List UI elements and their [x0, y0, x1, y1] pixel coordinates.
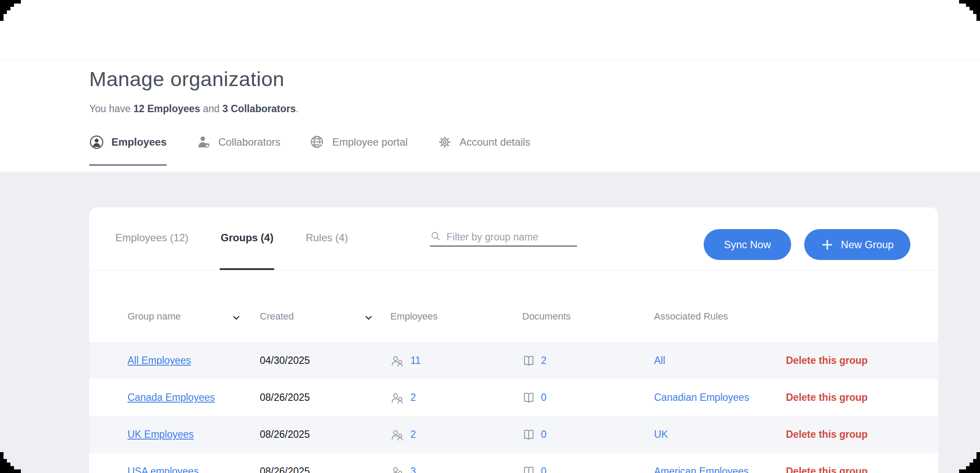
- delete-group-link[interactable]: Delete this group: [786, 466, 868, 473]
- associated-rule-link[interactable]: All: [654, 355, 665, 366]
- column-header-group-name[interactable]: Group name: [128, 311, 260, 342]
- page-body: Employees (12) Groups (4) Rules (4) Sync…: [0, 172, 980, 473]
- actions-cell: Delete this group: [786, 429, 938, 440]
- users-icon: [390, 465, 405, 473]
- created-cell: 08/26/2025: [260, 429, 390, 440]
- delete-group-link[interactable]: Delete this group: [786, 355, 868, 366]
- group-name-cell: UK Employees: [128, 429, 260, 440]
- table-header: Group name Created Employees Documents A…: [89, 270, 938, 342]
- table-row: Canada Employees 08/26/2025 2: [89, 379, 938, 416]
- subtab-groups[interactable]: Groups (4): [220, 207, 274, 270]
- column-label: Documents: [522, 311, 571, 322]
- group-name-link[interactable]: UK Employees: [128, 429, 194, 440]
- employees-count: 12 Employees: [133, 103, 200, 114]
- group-name-link[interactable]: Canada Employees: [128, 392, 215, 403]
- tab-label: Employee portal: [332, 136, 407, 148]
- tab-label: Collaborators: [218, 136, 281, 148]
- actions-cell: Delete this group: [786, 466, 938, 473]
- employees-cell: 11: [390, 354, 522, 367]
- documents-cell: 0: [522, 391, 654, 404]
- subtitle-text: You have: [89, 103, 133, 114]
- associated-rules-cell: Canadian Employees: [654, 392, 786, 403]
- gear-icon: [437, 135, 452, 150]
- documents-count-link[interactable]: 0: [522, 391, 654, 404]
- new-group-button[interactable]: New Group: [804, 229, 910, 260]
- book-icon: [522, 465, 535, 473]
- tab-collaborators[interactable]: Collaborators: [196, 135, 281, 166]
- documents-count-link[interactable]: 2: [522, 354, 654, 367]
- sync-now-label: Sync Now: [724, 239, 771, 251]
- associated-rule-link[interactable]: UK: [654, 429, 668, 440]
- employees-count-value: 3: [410, 466, 416, 473]
- page-header: Manage organization You have 12 Employee…: [0, 61, 980, 172]
- subtitle-text: and: [200, 103, 222, 114]
- delete-group-link[interactable]: Delete this group: [786, 392, 868, 403]
- employees-count-link[interactable]: 3: [390, 465, 522, 473]
- actions-cell: Delete this group: [786, 355, 938, 366]
- associated-rule-link[interactable]: American Employees: [654, 466, 748, 473]
- page-title: Manage organization: [89, 67, 938, 91]
- users-icon: [390, 428, 405, 441]
- book-icon: [522, 428, 535, 441]
- group-name-cell: USA employees: [128, 466, 260, 473]
- users-icon: [390, 391, 405, 404]
- documents-count-link[interactable]: 0: [522, 465, 654, 473]
- tab-label: Employees: [111, 136, 167, 148]
- subtab-label: Employees (12): [115, 232, 188, 244]
- employees-count-link[interactable]: 2: [390, 391, 522, 404]
- search-icon: [430, 230, 441, 243]
- column-label: Associated Rules: [654, 311, 728, 322]
- subtitle-text: .: [296, 103, 299, 114]
- documents-cell: 0: [522, 428, 654, 441]
- group-filter-field: [430, 228, 577, 246]
- tab-account-details[interactable]: Account details: [437, 135, 530, 166]
- documents-count-value: 0: [541, 429, 547, 440]
- documents-count-link[interactable]: 0: [522, 428, 654, 441]
- employees-count-link[interactable]: 2: [390, 428, 522, 441]
- associated-rules-cell: American Employees: [654, 466, 786, 473]
- associated-rules-cell: All: [654, 355, 786, 366]
- group-name-link[interactable]: USA employees: [128, 466, 199, 473]
- employees-count-link[interactable]: 11: [390, 354, 522, 367]
- globe-pointer-icon: [310, 135, 325, 150]
- plus-icon: [821, 238, 834, 251]
- employees-cell: 3: [390, 465, 522, 473]
- users-icon: [390, 354, 405, 367]
- tab-label: Account details: [460, 136, 530, 148]
- tab-employees[interactable]: Employees: [89, 135, 167, 166]
- actions-cell: Delete this group: [786, 392, 938, 403]
- column-header-created[interactable]: Created: [260, 311, 390, 342]
- subtab-label: Rules (4): [305, 232, 348, 244]
- employees-cell: 2: [390, 428, 522, 441]
- table-body: All Employees 04/30/2025 11: [89, 342, 938, 473]
- main-tabs: Employees Collaborators: [89, 135, 530, 166]
- associated-rules-cell: UK: [654, 429, 786, 440]
- documents-count-value: 2: [541, 355, 547, 366]
- column-header-documents: Documents: [522, 311, 654, 342]
- created-cell: 08/26/2025: [260, 392, 390, 403]
- column-label: Created: [260, 311, 294, 322]
- person-plus-icon: [196, 135, 211, 150]
- sort-chevron-icon[interactable]: [232, 312, 241, 323]
- associated-rule-link[interactable]: Canadian Employees: [654, 392, 749, 403]
- person-circle-icon: [89, 135, 104, 150]
- group-name-cell: All Employees: [128, 355, 260, 366]
- tab-employee-portal[interactable]: Employee portal: [310, 135, 407, 166]
- group-filter-input[interactable]: [446, 231, 577, 243]
- sync-now-button[interactable]: Sync Now: [704, 229, 791, 260]
- book-icon: [522, 391, 535, 404]
- documents-cell: 0: [522, 465, 654, 473]
- group-name-link[interactable]: All Employees: [128, 355, 191, 366]
- employees-count-value: 2: [410, 392, 416, 403]
- subtab-rules[interactable]: Rules (4): [305, 207, 349, 270]
- column-label: Employees: [390, 311, 438, 322]
- created-cell: 08/26/2025: [260, 466, 390, 473]
- subtab-employees[interactable]: Employees (12): [114, 207, 189, 270]
- subtitle: You have 12 Employees and 3 Collaborator…: [89, 103, 938, 115]
- delete-group-link[interactable]: Delete this group: [786, 429, 868, 440]
- table-row: USA employees 08/26/2025 3: [89, 453, 938, 473]
- sort-chevron-icon[interactable]: [364, 312, 373, 323]
- employees-cell: 2: [390, 391, 522, 404]
- documents-count-value: 0: [541, 392, 547, 403]
- groups-card: Employees (12) Groups (4) Rules (4) Sync…: [89, 207, 938, 473]
